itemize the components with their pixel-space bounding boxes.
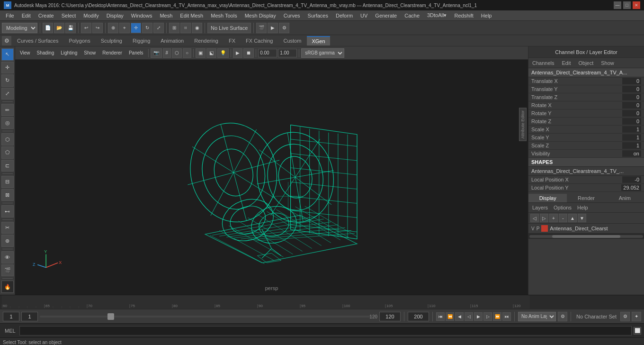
help-tab[interactable]: Help: [575, 204, 590, 211]
edit-tab[interactable]: Edit: [560, 59, 572, 67]
menu-mesh[interactable]: Mesh: [156, 12, 176, 19]
menu-create[interactable]: Create: [35, 12, 58, 19]
mode-dropdown[interactable]: Modeling: [2, 23, 37, 33]
layer-playback[interactable]: P: [537, 226, 540, 231]
tab-custom[interactable]: Custom: [279, 36, 306, 45]
char-set-settings[interactable]: ⚙: [620, 312, 630, 321]
redo-button[interactable]: ↪: [92, 23, 103, 33]
menu-modify[interactable]: Modify: [80, 12, 102, 19]
rotate-tool-button[interactable]: ↻: [142, 23, 152, 33]
tab-gear-button[interactable]: ⚙: [2, 36, 11, 45]
show-tab[interactable]: Show: [599, 59, 616, 67]
anim-layer-settings[interactable]: ⚙: [558, 312, 567, 321]
colorspace-dropdown[interactable]: sRGB gamma: [301, 48, 344, 58]
shading-menu[interactable]: Shading: [34, 49, 57, 56]
object-tab[interactable]: Object: [576, 59, 595, 67]
poly-extrude-lt[interactable]: ⬡: [1, 133, 14, 145]
layer-delete[interactable]: -: [559, 214, 567, 222]
display-settings-button[interactable]: ⚙: [279, 23, 289, 33]
tab-xgen[interactable]: XGen: [307, 36, 330, 45]
show-hide-lt[interactable]: 👁: [1, 251, 14, 263]
view-menu[interactable]: View: [17, 49, 33, 56]
close-button[interactable]: ✕: [633, 1, 640, 9]
render-tab[interactable]: Render: [567, 194, 605, 202]
layer-new[interactable]: +: [549, 214, 558, 222]
menu-deform[interactable]: Deform: [332, 12, 357, 19]
show-menu[interactable]: Show: [81, 49, 98, 56]
ipr-button[interactable]: ▶: [268, 23, 278, 33]
select-tool-lt[interactable]: ↖: [1, 48, 14, 61]
scrollbar-thumb[interactable]: [552, 235, 620, 238]
channels-tab[interactable]: Channels: [530, 59, 556, 67]
menu-edit[interactable]: Edit: [18, 12, 35, 19]
layer-up[interactable]: ▲: [568, 214, 577, 222]
grid-btn[interactable]: #: [163, 48, 171, 58]
menu-help[interactable]: Help: [477, 12, 496, 19]
tab-curves-surfaces[interactable]: Curves / Surfaces: [12, 36, 63, 45]
cmd-feedback-btn[interactable]: ⬜: [634, 327, 641, 335]
layer-down[interactable]: ▼: [578, 214, 586, 222]
anim-layer-dropdown[interactable]: No Anim Layer: [518, 312, 556, 321]
renderer-menu[interactable]: Renderer: [99, 49, 125, 56]
camera-btn[interactable]: 📷: [151, 48, 162, 58]
move-lt[interactable]: ✛: [1, 62, 14, 74]
scale-lt[interactable]: ⤢: [1, 88, 14, 100]
tab-rendering[interactable]: Rendering: [189, 36, 223, 45]
menu-3dto[interactable]: 3DtoAll▾: [423, 11, 450, 19]
minimize-button[interactable]: —: [614, 1, 621, 9]
command-input[interactable]: [19, 326, 632, 336]
snap-grid-button[interactable]: ⊞: [169, 23, 179, 33]
menu-redshift[interactable]: Redshift: [450, 12, 477, 19]
paint-lt[interactable]: ✏: [1, 104, 14, 116]
current-frame-input[interactable]: [21, 312, 38, 321]
new-scene-button[interactable]: 📄: [43, 23, 53, 33]
menu-mesh-tools[interactable]: Mesh Tools: [207, 12, 241, 19]
mirror-lt[interactable]: ⊷: [1, 205, 14, 218]
play-fwd-btn[interactable]: ▶: [474, 312, 483, 321]
fire-lt[interactable]: 🔥: [1, 281, 14, 293]
anim-tab[interactable]: Anim: [606, 194, 644, 202]
save-scene-button[interactable]: 💾: [65, 23, 76, 33]
channel-box-scrollbar[interactable]: [528, 233, 644, 239]
bridge-lt[interactable]: ⊏: [1, 160, 14, 172]
prev-key-btn[interactable]: ⏪: [446, 312, 454, 321]
panels-menu[interactable]: Panels: [126, 49, 146, 56]
menu-display[interactable]: Display: [103, 12, 127, 19]
menu-generate[interactable]: Generate: [371, 12, 401, 19]
layer-add-right[interactable]: ▷: [540, 214, 548, 222]
soft-select-lt[interactable]: ◎: [1, 117, 14, 129]
menu-uv[interactable]: UV: [357, 12, 371, 19]
wireframe-btn[interactable]: ⬡: [172, 48, 182, 58]
max-frame-input[interactable]: [408, 312, 429, 321]
open-scene-button[interactable]: 📂: [54, 23, 64, 33]
layer-add-left[interactable]: ◁: [530, 214, 539, 222]
select-tool-button[interactable]: ⊕: [108, 23, 118, 33]
time-range-slider[interactable]: 120: [40, 313, 377, 320]
texture-btn[interactable]: ⬕: [206, 48, 216, 58]
start-frame-input[interactable]: [3, 312, 19, 321]
go-start-btn[interactable]: ⏮: [436, 312, 445, 321]
tab-polygons[interactable]: Polygons: [64, 36, 95, 45]
exposure-input[interactable]: 0.00: [258, 49, 277, 57]
tab-fx[interactable]: FX: [224, 36, 240, 45]
stop-preview-btn[interactable]: ⏹: [243, 48, 254, 58]
step-fwd-btn[interactable]: ▷: [483, 312, 492, 321]
layer-color-swatch[interactable]: [541, 225, 548, 232]
tab-fx-caching[interactable]: FX Caching: [241, 36, 277, 45]
smooth-btn[interactable]: ○: [183, 48, 191, 58]
timeline-area[interactable]: 60 65 70 75 80 85 90 95 100 105: [0, 295, 644, 309]
range-thumb[interactable]: [107, 313, 114, 320]
viewport-canvas[interactable]: .wire { stroke: #00e5b0; stroke-width: 1…: [15, 60, 528, 295]
gamma-input[interactable]: 1.00: [278, 49, 297, 57]
target-weld-lt[interactable]: ⊛: [1, 235, 14, 247]
next-key-btn[interactable]: ⏩: [493, 312, 501, 321]
options-tab[interactable]: Options: [552, 204, 573, 211]
shading-mode-btn[interactable]: ▣: [196, 48, 206, 58]
menu-file[interactable]: File: [2, 12, 18, 19]
light-btn[interactable]: 💡: [217, 48, 229, 58]
undo-button[interactable]: ↩: [81, 23, 91, 33]
no-live-surface-button[interactable]: No Live Surface: [207, 23, 251, 33]
render-button[interactable]: 🎬: [256, 23, 267, 33]
bevel-lt[interactable]: ⬠: [1, 146, 14, 159]
scale-tool-button[interactable]: ⤢: [153, 23, 164, 33]
